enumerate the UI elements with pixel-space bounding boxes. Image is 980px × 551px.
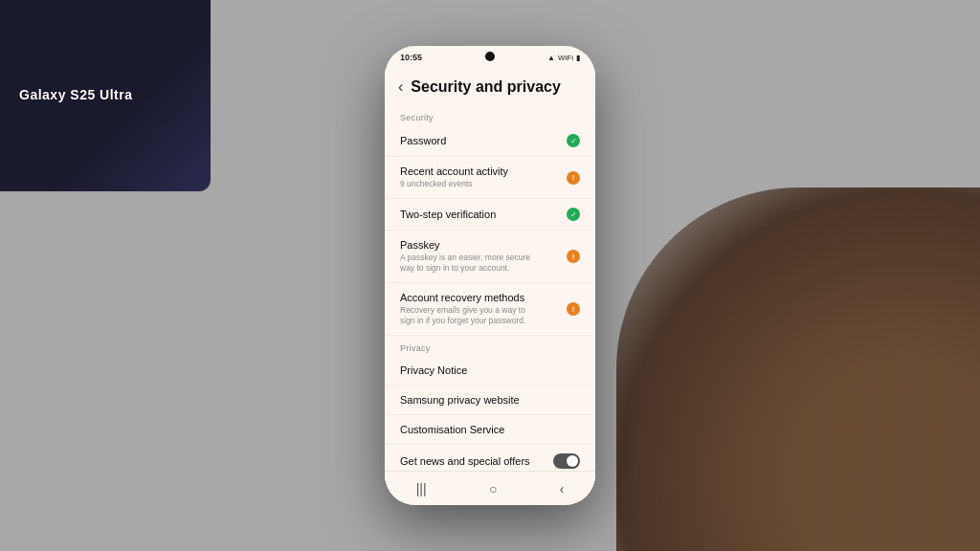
customisation-text: Customisation Service <box>400 424 580 435</box>
settings-item-passkey[interactable]: Passkey A passkey is an easier, more sec… <box>385 231 595 283</box>
settings-item-customisation[interactable]: Customisation Service <box>385 415 595 445</box>
settings-list: Security Password ✓ Recent account activ… <box>385 101 595 471</box>
password-text: Password <box>400 135 559 146</box>
account-recovery-title: Account recovery methods <box>400 292 559 303</box>
settings-item-news-offers[interactable]: Get news and special offers <box>385 445 595 471</box>
customisation-title: Customisation Service <box>400 424 580 435</box>
two-step-icon: ✓ <box>567 208 580 221</box>
signal-icon: ▲ <box>547 54 555 62</box>
account-recovery-alert-icon: ! <box>567 302 580 316</box>
news-offers-toggle-container <box>553 453 580 469</box>
passkey-icon: ! <box>567 250 580 263</box>
password-title: Password <box>400 135 559 146</box>
page-title: Security and privacy <box>411 78 561 96</box>
phone-frame: 10:55 ▲ WiFi ▮ ‹ Security and privacy Se… <box>385 46 595 505</box>
nav-recent-button[interactable]: ||| <box>416 481 427 496</box>
samsung-privacy-title: Samsung privacy website <box>400 394 580 406</box>
nav-home-button[interactable]: ○ <box>489 481 497 496</box>
account-recovery-subtitle: Recovery emails give you a way to sign i… <box>400 305 534 326</box>
status-icons: ▲ WiFi ▮ <box>547 54 580 62</box>
section-header-privacy: Privacy <box>385 336 595 356</box>
samsung-box: Galaxy S25 Ultra <box>0 0 211 191</box>
two-step-title: Two-step verification <box>400 209 559 220</box>
passkey-title: Passkey <box>400 239 559 251</box>
recent-activity-text: Recent account activity 9 unchecked even… <box>400 165 559 189</box>
settings-item-password[interactable]: Password ✓ <box>385 125 595 157</box>
box-brand-label: Galaxy S25 Ultra <box>19 48 133 105</box>
recent-activity-icon: ! <box>567 171 580 185</box>
news-offers-text: Get news and special offers <box>400 455 546 467</box>
page-header: ‹ Security and privacy <box>385 69 595 101</box>
bottom-navigation: ||| ○ ‹ <box>385 471 595 505</box>
settings-item-two-step[interactable]: Two-step verification ✓ <box>385 199 595 231</box>
screen-content: ‹ Security and privacy Security Password… <box>385 69 595 505</box>
hand-decoration <box>616 187 980 551</box>
nav-back-button[interactable]: ‹ <box>560 481 565 496</box>
passkey-alert-icon: ! <box>567 250 580 263</box>
account-recovery-icon: ! <box>567 302 580 316</box>
green-check-icon: ✓ <box>567 134 580 147</box>
settings-item-privacy-notice[interactable]: Privacy Notice <box>385 356 595 386</box>
section-header-security: Security <box>385 105 595 125</box>
samsung-privacy-text: Samsung privacy website <box>400 394 580 406</box>
passkey-subtitle: A passkey is an easier, more secure way … <box>400 253 534 274</box>
account-recovery-text: Account recovery methods Recovery emails… <box>400 292 559 326</box>
two-step-check-icon: ✓ <box>567 208 580 221</box>
back-button[interactable]: ‹ <box>398 78 403 96</box>
recent-activity-subtitle: 9 unchecked events <box>400 179 534 189</box>
wifi-icon: WiFi <box>558 54 573 62</box>
recent-activity-title: Recent account activity <box>400 165 559 177</box>
two-step-text: Two-step verification <box>400 209 559 220</box>
status-time: 10:55 <box>400 53 422 62</box>
news-offers-toggle[interactable] <box>553 453 580 469</box>
privacy-notice-text: Privacy Notice <box>400 364 580 376</box>
settings-item-samsung-privacy[interactable]: Samsung privacy website <box>385 386 595 415</box>
settings-item-account-recovery[interactable]: Account recovery methods Recovery emails… <box>385 283 595 336</box>
privacy-notice-title: Privacy Notice <box>400 364 580 376</box>
settings-item-recent-activity[interactable]: Recent account activity 9 unchecked even… <box>385 157 595 199</box>
password-icon: ✓ <box>567 134 580 147</box>
camera-notch <box>485 52 495 61</box>
battery-icon: ▮ <box>576 54 580 62</box>
passkey-text: Passkey A passkey is an easier, more sec… <box>400 239 559 274</box>
orange-alert-icon: ! <box>567 171 580 185</box>
news-offers-title: Get news and special offers <box>400 455 546 467</box>
